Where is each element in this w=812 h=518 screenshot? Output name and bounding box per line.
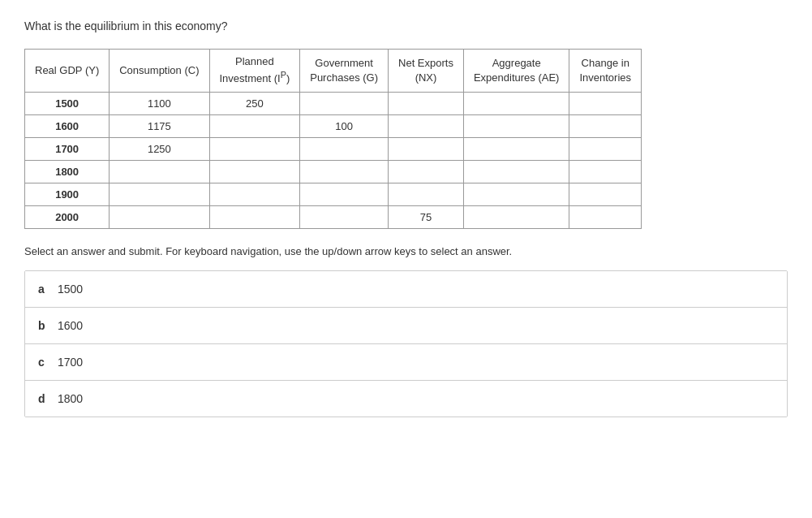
cell-gdp: 1500 xyxy=(25,92,110,114)
cell-gdp: 1600 xyxy=(25,114,110,137)
cell-gdp: 2000 xyxy=(25,205,110,228)
cell-gov xyxy=(300,183,389,205)
answer-options-container: a1500b1600c1700d1800 xyxy=(24,270,788,417)
table-row: 17001250 xyxy=(25,137,642,160)
cell-investment xyxy=(209,205,300,228)
cell-gov xyxy=(300,160,389,183)
cell-ae xyxy=(463,160,569,183)
cell-gdp: 1700 xyxy=(25,137,110,160)
question-text: What is the equilibrium in this economy? xyxy=(24,19,788,32)
cell-ae xyxy=(463,114,569,137)
col-header-ae: AggregateExpenditures (AE) xyxy=(463,50,569,93)
instruction-text: Select an answer and submit. For keyboar… xyxy=(24,245,788,257)
cell-gdp: 1900 xyxy=(25,183,110,205)
option-value-a: 1500 xyxy=(58,283,83,296)
data-table: Real GDP (Y) Consumption (C) PlannedInve… xyxy=(24,49,788,229)
cell-gov xyxy=(300,137,389,160)
table-row: 15001100250 xyxy=(25,92,642,114)
cell-consumption: 1250 xyxy=(110,137,209,160)
col-header-nx: Net Exports(NX) xyxy=(389,50,464,93)
option-value-d: 1800 xyxy=(58,392,83,405)
cell-gov xyxy=(300,92,389,114)
answer-option-d[interactable]: d1800 xyxy=(25,381,787,417)
col-header-consumption: Consumption (C) xyxy=(110,50,209,93)
cell-consumption: 1100 xyxy=(110,92,209,114)
cell-investment xyxy=(209,137,300,160)
cell-ae xyxy=(463,137,569,160)
col-header-investment: PlannedInvestment (IP) xyxy=(209,50,300,93)
option-value-c: 1700 xyxy=(58,356,83,369)
table-row: 1800 xyxy=(25,160,642,183)
cell-change xyxy=(569,137,642,160)
cell-change xyxy=(569,92,642,114)
cell-nx xyxy=(389,160,464,183)
answer-option-c[interactable]: c1700 xyxy=(25,344,787,381)
table-row: 16001175100 xyxy=(25,114,642,137)
cell-investment: 250 xyxy=(209,92,300,114)
option-letter-d: d xyxy=(38,392,58,405)
cell-gov: 100 xyxy=(300,114,389,137)
cell-nx xyxy=(389,183,464,205)
answer-option-a[interactable]: a1500 xyxy=(25,271,787,308)
table-row: 1900 xyxy=(25,183,642,205)
cell-change xyxy=(569,205,642,228)
answer-option-b[interactable]: b1600 xyxy=(25,308,787,344)
cell-nx xyxy=(389,92,464,114)
cell-investment xyxy=(209,114,300,137)
cell-change xyxy=(569,183,642,205)
cell-ae xyxy=(463,205,569,228)
option-letter-a: a xyxy=(38,283,58,296)
cell-investment xyxy=(209,183,300,205)
cell-ae xyxy=(463,92,569,114)
option-letter-c: c xyxy=(38,356,58,369)
cell-nx xyxy=(389,137,464,160)
cell-change xyxy=(569,114,642,137)
cell-gdp: 1800 xyxy=(25,160,110,183)
cell-consumption xyxy=(110,183,209,205)
option-letter-b: b xyxy=(38,319,58,332)
cell-consumption xyxy=(110,160,209,183)
cell-investment xyxy=(209,160,300,183)
col-header-gdp: Real GDP (Y) xyxy=(25,50,110,93)
cell-nx xyxy=(389,114,464,137)
cell-nx: 75 xyxy=(389,205,464,228)
cell-consumption xyxy=(110,205,209,228)
cell-consumption: 1175 xyxy=(110,114,209,137)
col-header-gov: GovernmentPurchases (G) xyxy=(300,50,389,93)
cell-ae xyxy=(463,183,569,205)
table-row: 200075 xyxy=(25,205,642,228)
option-value-b: 1600 xyxy=(58,319,83,332)
cell-gov xyxy=(300,205,389,228)
cell-change xyxy=(569,160,642,183)
col-header-change: Change inInventories xyxy=(569,50,642,93)
